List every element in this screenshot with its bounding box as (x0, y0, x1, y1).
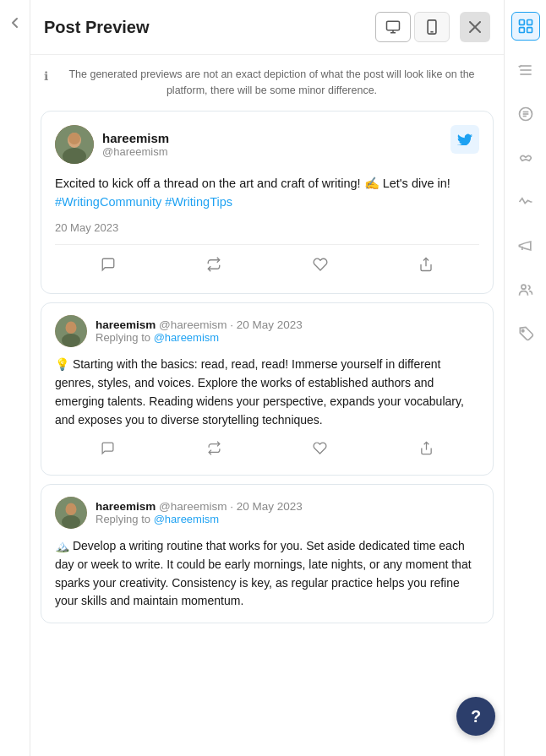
reply-1-header: hareemism @hareemism · 20 May 2023 Reply… (55, 315, 479, 347)
help-button-label: ? (471, 707, 481, 726)
svg-point-35 (67, 503, 76, 513)
main-content: Post Preview (30, 0, 504, 756)
reply-1-mention: @hareemism (154, 331, 220, 344)
reply-1-replying: Replying to @hareemism (96, 331, 303, 344)
main-tweet-card: hareemism @hareemism Excited to kick off… (41, 111, 494, 295)
tweet-handle: @hareemism (102, 145, 169, 158)
svg-rect-3 (527, 28, 532, 33)
sidebar-eye-scan-icon[interactable] (511, 12, 540, 41)
tweet-text-plain: Excited to kick off a thread on the art … (55, 177, 450, 190)
svg-point-34 (62, 515, 80, 529)
tweet-text: Excited to kick off a thread on the art … (55, 174, 479, 212)
svg-point-29 (62, 334, 80, 347)
reply-1-dot: · (230, 318, 237, 331)
reply-1-avatar (55, 315, 87, 347)
svg-rect-2 (519, 28, 524, 33)
sidebar-people-icon[interactable] (511, 275, 540, 304)
header-controls (375, 12, 490, 42)
desktop-view-button[interactable] (375, 12, 411, 42)
page-title: Post Preview (44, 18, 150, 37)
reply-2-mention: @hareemism (154, 513, 220, 525)
tweet-user: hareemism @hareemism (55, 125, 169, 164)
disclaimer-banner: ℹ The generated previews are not an exac… (30, 55, 504, 111)
svg-point-12 (521, 285, 526, 289)
svg-rect-0 (519, 20, 524, 25)
sidebar-tag-icon[interactable] (511, 319, 540, 348)
tweet-username: hareemism (102, 131, 169, 145)
reply-2-header: hareemism @hareemism · 20 May 2023 Reply… (55, 497, 479, 529)
close-button[interactable] (460, 12, 490, 42)
reply-1-handle: @hareemism (159, 318, 227, 331)
reply-1-text: 💡 Starting with the basics: read, read, … (55, 356, 479, 429)
reply-2-top-line: hareemism @hareemism · 20 May 2023 (96, 500, 303, 513)
reply-2-date: 20 May 2023 (237, 500, 303, 513)
svg-rect-1 (527, 20, 532, 25)
tweet-user-info: hareemism @hareemism (102, 131, 169, 158)
tweet-hashtags: #WritingCommunity #WritingTips (55, 195, 232, 209)
reply-1-actions (55, 438, 479, 463)
sidebar-document-icon[interactable] (511, 100, 540, 128)
reply-1-top-line: hareemism @hareemism · 20 May 2023 (96, 318, 303, 331)
svg-point-13 (521, 329, 524, 332)
reply-2-text: 🏔️ Develop a writing routine that works … (55, 537, 479, 611)
reply-2-meta: hareemism @hareemism · 20 May 2023 Reply… (96, 500, 303, 525)
thread-reply-1: hareemism @hareemism · 20 May 2023 Reply… (41, 302, 494, 476)
tweet-actions (55, 244, 479, 280)
disclaimer-text: The generated previews are not an exact … (53, 67, 490, 99)
reply-2-replying: Replying to @hareemism (96, 513, 303, 525)
left-panel (0, 0, 30, 756)
twitter-platform-icon (450, 125, 479, 154)
like-icon[interactable] (306, 253, 335, 280)
sidebar-handshake-icon[interactable] (511, 144, 540, 172)
thread-reply-2: hareemism @hareemism · 20 May 2023 Reply… (41, 484, 494, 623)
reply-1-date: 20 May 2023 (237, 318, 303, 331)
header: Post Preview (30, 0, 504, 55)
tweet-date: 20 May 2023 (55, 221, 479, 234)
chevron-left-icon[interactable] (9, 17, 21, 29)
reply-2-avatar (55, 497, 87, 529)
svg-point-25 (69, 133, 79, 142)
svg-point-30 (67, 322, 76, 331)
avatar (55, 125, 94, 164)
reply-2-dot: · (230, 500, 237, 513)
reply-1-comment-icon[interactable] (94, 438, 122, 463)
reply-1-retweet-icon[interactable] (200, 438, 228, 463)
reply-2-handle: @hareemism (159, 500, 227, 513)
tweet-header: hareemism @hareemism (55, 125, 479, 164)
share-icon[interactable] (412, 253, 440, 280)
sidebar-checklist-icon[interactable] (511, 56, 540, 84)
retweet-icon[interactable] (199, 253, 228, 280)
svg-rect-14 (387, 21, 400, 30)
mobile-view-button[interactable] (414, 12, 450, 42)
avatar-image (55, 125, 94, 164)
comment-icon[interactable] (94, 253, 123, 280)
reply-1-meta: hareemism @hareemism · 20 May 2023 Reply… (96, 318, 303, 344)
reply-1-username: hareemism (96, 318, 156, 331)
sidebar-megaphone-icon[interactable] (511, 231, 540, 260)
info-icon: ℹ (44, 68, 48, 85)
reply-1-share-icon[interactable] (412, 438, 440, 463)
reply-2-username: hareemism (96, 500, 156, 513)
right-sidebar (504, 0, 546, 756)
sidebar-activity-icon[interactable] (511, 188, 540, 216)
reply-1-like-icon[interactable] (306, 438, 334, 463)
help-button[interactable]: ? (456, 697, 495, 736)
